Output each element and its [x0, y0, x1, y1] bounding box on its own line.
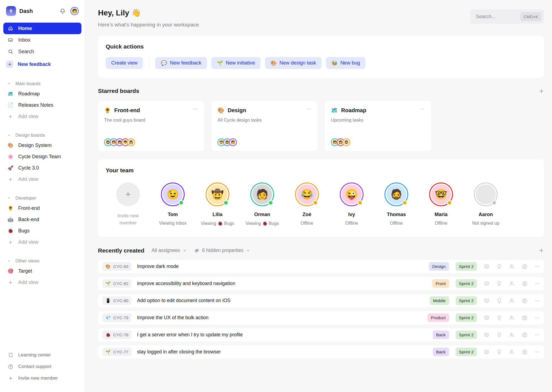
add-task-button[interactable]: [538, 248, 544, 253]
lightbulb-icon[interactable]: [496, 281, 502, 287]
team-member-aaron[interactable]: Aaron Not signed up: [463, 182, 508, 227]
assign-person-icon[interactable]: [509, 349, 515, 355]
person-circle-icon[interactable]: [522, 264, 528, 270]
row-menu-button[interactable]: [534, 349, 540, 355]
invite-new-member-link[interactable]: Invite new member: [3, 373, 81, 384]
sidebar-item-label: Design System: [18, 143, 52, 148]
notifications-bell-icon[interactable]: [59, 8, 66, 14]
lightbulb-icon[interactable]: [496, 349, 502, 355]
card-menu-button[interactable]: [306, 106, 312, 112]
section-header-design-boards[interactable]: Design boards: [3, 130, 81, 140]
sidebar-item-search[interactable]: Search: [3, 46, 81, 57]
board-card-front-end[interactable]: 🌻 Front-end The cool guys board 🧔 🧑 👧 👦 …: [98, 101, 204, 151]
sidebar-item-releases-notes[interactable]: 📄 Releases Notes: [3, 100, 81, 111]
person-circle-icon[interactable]: [522, 315, 528, 321]
status-dot: [268, 200, 273, 205]
user-avatar[interactable]: 🧑: [70, 7, 79, 15]
search-input[interactable]: Search... CMD+K: [470, 9, 544, 24]
team-member-maria[interactable]: 🤓 Maria Offline: [419, 182, 463, 227]
comment-icon[interactable]: [484, 332, 490, 338]
hidden-properties-dropdown[interactable]: 6 hidden properties: [194, 248, 250, 253]
add-view-button[interactable]: Add view: [3, 237, 81, 248]
board-card-roadmap[interactable]: 🗺️ Roadmap Upcoming tasks 🧑 👩 🧔: [325, 101, 431, 151]
invite-new-member-tile[interactable]: Invite new member: [106, 182, 150, 227]
task-row-cyc-77[interactable]: 🌱CYC-77 stay logged in after closing the…: [98, 345, 544, 359]
team-member-zoe[interactable]: 😂 Zoé Offline: [285, 182, 329, 227]
person-circle-icon[interactable]: [522, 332, 528, 338]
new-design-task-button[interactable]: 🎨 New design task: [265, 57, 322, 69]
sidebar-item-home[interactable]: Home: [3, 23, 81, 34]
task-id-badge: 💎CYC-79: [102, 313, 131, 322]
task-row-cyc-79[interactable]: 💎CYC-79 Improve the UX of the bulk actio…: [98, 311, 544, 324]
plus-icon: [124, 191, 132, 198]
comment-icon[interactable]: [484, 315, 490, 321]
create-view-button[interactable]: Create view: [106, 57, 143, 69]
new-feedback-quick-button[interactable]: 💬 New feedback: [155, 57, 207, 69]
section-header-main-boards[interactable]: Main boards: [3, 79, 81, 88]
task-row-cyc-80[interactable]: 📱CYC-80 Add option to edit document cont…: [98, 294, 544, 307]
sidebar-item-label: Bugs: [18, 228, 30, 234]
new-feedback-button[interactable]: New feedback: [3, 58, 81, 71]
sidebar-item-bugs[interactable]: 🐞 Bugs: [3, 225, 81, 237]
sidebar-item-label: Back-end: [18, 217, 39, 222]
row-menu-button[interactable]: [534, 332, 540, 338]
new-initiative-button[interactable]: 🌱 New initiative: [211, 57, 261, 69]
team-member-tom[interactable]: 😉 Tom Viewing Inbox: [150, 182, 195, 227]
person-circle-icon[interactable]: [522, 281, 528, 287]
card-menu-button[interactable]: [193, 106, 198, 112]
category-badge: Mobile: [430, 296, 449, 305]
task-row-cyc-78[interactable]: 🐞CYC-78 I get a server error when I try …: [98, 328, 544, 342]
team-member-lilia[interactable]: 🤠 Lilia Viewing 🐞 Bugs: [195, 182, 240, 227]
task-row-cyc-83[interactable]: 🎨CYC-83 Improve dark mode Design Sprint …: [98, 260, 544, 273]
lightbulb-icon[interactable]: [496, 332, 502, 338]
lightbulb-icon[interactable]: [496, 298, 502, 304]
task-id-badge: 🌱CYC-82: [102, 279, 131, 288]
sidebar-item-roadmap[interactable]: 🗺️ Roadmap: [3, 88, 81, 100]
assign-person-icon[interactable]: [509, 264, 515, 270]
comment-icon[interactable]: [484, 281, 490, 287]
sidebar-item-inbox[interactable]: Inbox: [3, 34, 81, 46]
assignees-filter-dropdown[interactable]: All assignees: [152, 248, 187, 253]
team-member-orman[interactable]: 🧑 Orman Viewing 🐞 Bugs: [240, 182, 285, 227]
sidebar-item-front-end[interactable]: 🌻 Front-end: [3, 203, 81, 214]
status-dot: [357, 200, 363, 205]
add-view-button[interactable]: Add view: [3, 174, 81, 185]
row-menu-button[interactable]: [534, 298, 540, 304]
sidebar-item-cycle-30[interactable]: 🚀 Cycle 3.0: [3, 162, 81, 174]
row-menu-button[interactable]: [534, 264, 540, 269]
section-header-developer[interactable]: Developer: [3, 193, 81, 203]
row-menu-button[interactable]: [534, 281, 540, 286]
person-circle-icon[interactable]: [522, 349, 528, 355]
contact-support-link[interactable]: Contact support: [3, 361, 81, 372]
sidebar-item-design-system[interactable]: 🎨 Design System: [3, 140, 81, 151]
sidebar-item-cycle-design-team[interactable]: 🌸 Cycle Design Team: [3, 151, 81, 162]
add-starred-board-button[interactable]: [538, 88, 544, 94]
section-header-other-views[interactable]: Other views: [3, 256, 81, 265]
comment-icon[interactable]: [484, 298, 490, 304]
assign-person-icon[interactable]: [509, 315, 515, 321]
invite-plus-circle[interactable]: [116, 182, 140, 206]
card-menu-button[interactable]: [420, 106, 425, 112]
assign-person-icon[interactable]: [509, 298, 515, 304]
ellipsis-icon: [534, 298, 540, 304]
learning-center-link[interactable]: Learning center: [3, 350, 81, 361]
team-member-thomas[interactable]: 🧔 Thomas Offline: [374, 182, 419, 227]
add-view-button[interactable]: Add view: [3, 277, 81, 288]
assign-person-icon[interactable]: [509, 332, 515, 338]
lightbulb-icon[interactable]: [496, 315, 502, 321]
person-circle-icon[interactable]: [522, 298, 528, 304]
task-id-badge: 🐞CYC-78: [102, 331, 131, 339]
new-bug-button[interactable]: 🐝 New bug: [326, 57, 366, 69]
comment-icon[interactable]: [484, 349, 490, 355]
assign-person-icon[interactable]: [509, 281, 515, 287]
add-view-button[interactable]: Add view: [3, 111, 81, 122]
team-member-ivy[interactable]: 😜 Ivy Offline: [329, 182, 374, 227]
member-status: Not signed up: [472, 221, 500, 226]
sidebar-item-back-end[interactable]: 🤖 Back-end: [3, 214, 81, 225]
task-row-cyc-82[interactable]: 🌱CYC-82 improve accessibility and keyboa…: [98, 277, 544, 290]
lightbulb-icon[interactable]: [496, 264, 502, 270]
comment-icon[interactable]: [484, 264, 490, 270]
board-card-design[interactable]: 🎨 Design All Cycle design tasks 🤠 🧔 🧑: [211, 101, 318, 151]
sidebar-item-target[interactable]: 🎯 Target: [3, 265, 81, 277]
row-menu-button[interactable]: [534, 315, 540, 321]
